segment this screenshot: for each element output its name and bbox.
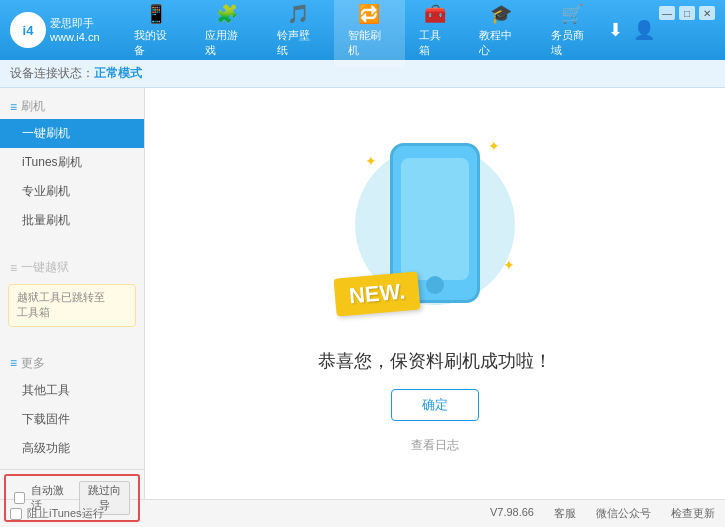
check-update-link[interactable]: 检查更新 — [671, 506, 715, 521]
sidebar-section-jailbreak: ≡ 一键越狱 越狱工具已跳转至工具箱 — [0, 249, 144, 337]
logo-icon-text: i4 — [23, 23, 34, 38]
sidebar-jailbreak-note: 越狱工具已跳转至工具箱 — [8, 284, 136, 327]
sidebar-header-more: ≡ 更多 — [0, 351, 144, 376]
sidebar-item-other-tools[interactable]: 其他工具 — [0, 376, 144, 405]
new-banner: NEW. — [334, 271, 421, 316]
sidebar-item-download-firmware[interactable]: 下载固件 — [0, 405, 144, 434]
sparkle-2: ✦ — [488, 138, 500, 154]
nav-app-games-icon: 🧩 — [216, 3, 238, 25]
sidebar-section-more: ≡ 更多 其他工具 下载固件 高级功能 — [0, 345, 144, 469]
auto-activate-checkbox[interactable] — [14, 492, 25, 504]
nav-items: 📱 我的设备 🧩 应用游戏 🎵 铃声壁纸 🔁 智能刷机 🧰 工具箱 🎓 教程中心… — [120, 0, 608, 66]
minimize-button[interactable]: — — [659, 6, 675, 20]
customer-service-link[interactable]: 客服 — [554, 506, 576, 521]
sidebar-header-jailbreak: ≡ 一键越狱 — [0, 255, 144, 280]
phone-screen — [401, 158, 469, 280]
success-container: ✦ ✦ ✦ NEW. 恭喜您，保资料刷机成功啦！ 确定 查看日志 — [318, 133, 552, 454]
status-mode: 正常模式 — [94, 65, 142, 82]
status-prefix: 设备连接状态： — [10, 65, 94, 82]
sparkle-3: ✦ — [503, 257, 515, 273]
stop-itunes-checkbox[interactable] — [10, 508, 22, 520]
nav-tutorial[interactable]: 🎓 教程中心 — [465, 0, 536, 66]
sidebar-item-advanced[interactable]: 高级功能 — [0, 434, 144, 463]
bottombar-left: 阻止iTunes运行 — [10, 506, 104, 521]
sidebar-item-yijian-flash[interactable]: 一键刷机 — [0, 119, 144, 148]
version-label: V7.98.66 — [490, 506, 534, 521]
nav-ringtone-icon: 🎵 — [287, 3, 309, 25]
sidebar-header-flash: ≡ 刷机 — [0, 94, 144, 119]
content-area: ✦ ✦ ✦ NEW. 恭喜您，保资料刷机成功啦！ 确定 查看日志 — [145, 88, 725, 499]
more-section-icon: ≡ — [10, 356, 17, 370]
confirm-button[interactable]: 确定 — [391, 389, 479, 421]
maximize-button[interactable]: □ — [679, 6, 695, 20]
top-right-area: ⬇ 👤 — [608, 19, 655, 41]
download-icon[interactable]: ⬇ — [608, 19, 623, 41]
nav-my-device-icon: 📱 — [145, 3, 167, 25]
nav-app-games[interactable]: 🧩 应用游戏 — [191, 0, 262, 66]
sidebar-item-itunes-flash[interactable]: iTunes刷机 — [0, 148, 144, 177]
stop-itunes-label: 阻止iTunes运行 — [27, 506, 104, 521]
bottombar-right: V7.98.66 客服 微信公众号 检查更新 — [490, 506, 715, 521]
window-controls: — □ ✕ — [659, 6, 715, 20]
sidebar-section-flash: ≡ 刷机 一键刷机 iTunes刷机 专业刷机 批量刷机 — [0, 88, 144, 241]
sparkle-1: ✦ — [365, 153, 377, 169]
user-icon[interactable]: 👤 — [633, 19, 655, 41]
nav-service[interactable]: 🛒 务员商域 — [537, 0, 608, 66]
nav-toolbox-icon: 🧰 — [424, 3, 446, 25]
logo-area: i4 爱思即手 www.i4.cn — [10, 12, 120, 48]
nav-smart-flash-icon: 🔁 — [358, 3, 380, 25]
logo-circle: i4 — [10, 12, 46, 48]
log-link[interactable]: 查看日志 — [411, 437, 459, 454]
sidebar-item-pro-flash[interactable]: 专业刷机 — [0, 177, 144, 206]
nav-ringtone[interactable]: 🎵 铃声壁纸 — [263, 0, 334, 66]
nav-my-device[interactable]: 📱 我的设备 — [120, 0, 191, 66]
jailbreak-section-icon: ≡ — [10, 261, 17, 275]
sidebar: ≡ 刷机 一键刷机 iTunes刷机 专业刷机 批量刷机 ≡ 一键越狱 — [0, 88, 145, 499]
flash-section-icon: ≡ — [10, 100, 17, 114]
logo-text: 爱思即手 www.i4.cn — [50, 16, 100, 45]
phone-illustration: ✦ ✦ ✦ NEW. — [345, 133, 525, 333]
success-text: 恭喜您，保资料刷机成功啦！ — [318, 349, 552, 373]
main-layout: ≡ 刷机 一键刷机 iTunes刷机 专业刷机 批量刷机 ≡ 一键越狱 — [0, 88, 725, 499]
wechat-link[interactable]: 微信公众号 — [596, 506, 651, 521]
nav-toolbox[interactable]: 🧰 工具箱 — [405, 0, 465, 66]
close-button[interactable]: ✕ — [699, 6, 715, 20]
phone-home-button — [426, 276, 444, 294]
sidebar-item-batch-flash[interactable]: 批量刷机 — [0, 206, 144, 235]
topbar: i4 爱思即手 www.i4.cn 📱 我的设备 🧩 应用游戏 🎵 铃声壁纸 🔁… — [0, 0, 725, 60]
nav-tutorial-icon: 🎓 — [490, 3, 512, 25]
nav-service-icon: 🛒 — [561, 3, 583, 25]
nav-smart-flash[interactable]: 🔁 智能刷机 — [334, 0, 405, 66]
